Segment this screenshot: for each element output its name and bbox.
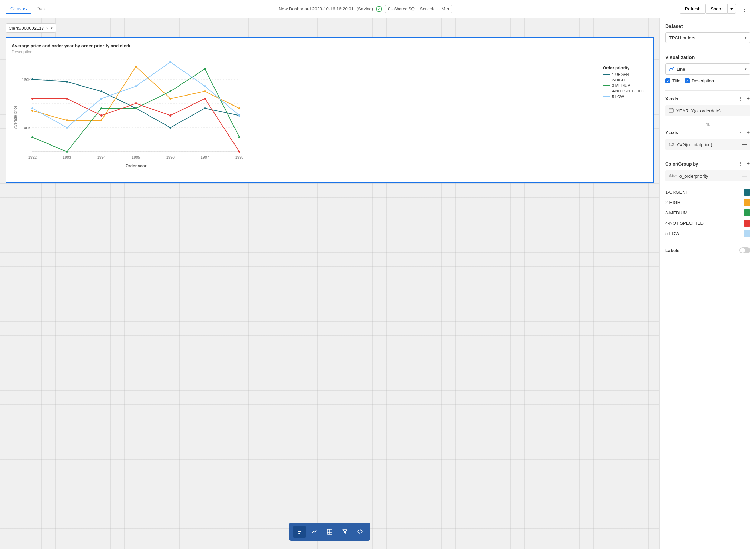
svg-text:140K: 140K — [22, 126, 31, 130]
svg-text:1996: 1996 — [166, 155, 175, 159]
y-axis-add-button[interactable]: + — [746, 129, 750, 136]
title-checkbox[interactable] — [665, 78, 670, 83]
legend-item-5: 5-LOW — [603, 94, 648, 99]
color-item-5: 5-LOW — [665, 228, 750, 239]
share-button[interactable]: Share — [705, 4, 727, 14]
svg-point-47 — [135, 85, 137, 87]
x-axis-item: YEARLY(o_orderdate) — — [665, 105, 750, 116]
filter-value: Clerk#000002117 — [9, 26, 44, 31]
filter-bar: Clerk#000002117 × ▾ — [6, 23, 654, 33]
color-swatch-3[interactable] — [744, 209, 750, 216]
color-swatch-1[interactable] — [744, 189, 750, 196]
calendar-icon — [669, 108, 674, 114]
share-dropdown-button[interactable]: ▾ — [727, 4, 736, 14]
connection-type: Serverless — [420, 7, 440, 11]
x-axis-remove-button[interactable]: — — [742, 108, 747, 114]
x-axis-header: X axis ⋮ + — [665, 95, 750, 102]
color-swatch-5[interactable] — [744, 230, 750, 237]
svg-point-34 — [169, 90, 171, 92]
legend-label-3: 3-MEDIUM — [612, 83, 630, 88]
color-group-more-button[interactable]: ⋮ — [738, 160, 744, 167]
svg-point-17 — [66, 81, 68, 83]
text-field-icon: Abc — [669, 173, 677, 178]
legend-label-4: 4-NOT SPECIFIED — [612, 89, 644, 93]
toolbar-filter-button[interactable] — [293, 526, 306, 538]
viz-section-title: Visualization — [665, 54, 750, 60]
chart-svg: Average price 160K 140K 1992 — [12, 59, 253, 176]
title-checkbox-item[interactable]: Title — [665, 78, 680, 83]
dataset-section: Dataset TPCH orders ▾ — [665, 23, 750, 43]
legend-color-4 — [603, 91, 610, 91]
svg-point-24 — [66, 119, 68, 121]
divider-1 — [665, 50, 750, 50]
description-checkbox-item[interactable]: Description — [685, 78, 714, 83]
color-swatch-2[interactable] — [744, 199, 750, 206]
canvas-area: Clerk#000002117 × ▾ Average price and or… — [0, 18, 659, 549]
toolbar-code-button[interactable] — [354, 526, 366, 538]
svg-text:1998: 1998 — [235, 155, 243, 159]
svg-point-43 — [238, 151, 240, 153]
x-axis-field: YEARLY(o_orderdate) — [676, 108, 739, 113]
refresh-button[interactable]: Refresh — [680, 4, 706, 14]
svg-point-28 — [204, 90, 206, 92]
chart-svg-area: Average price 160K 140K 1992 — [12, 59, 597, 177]
numeric-icon: 1.2 — [669, 142, 674, 147]
svg-point-49 — [204, 85, 206, 87]
dataset-value: TPCH orders — [669, 35, 695, 40]
filter-arrow-icon[interactable]: ▾ — [51, 26, 53, 30]
y-axis-title: Y axis — [665, 130, 678, 135]
tab-data[interactable]: Data — [31, 4, 51, 14]
filter-chip[interactable]: Clerk#000002117 × ▾ — [6, 23, 56, 33]
svg-point-18 — [100, 90, 102, 92]
toolbar-funnel-button[interactable] — [339, 526, 351, 538]
toolbar-chart-button[interactable] — [308, 526, 321, 538]
color-group-add-button[interactable]: + — [746, 160, 750, 168]
legend-item-1: 1-URGENT — [603, 72, 648, 77]
color-item-label-1: 1-URGENT — [665, 190, 688, 195]
color-group-field: o_orderpriority — [679, 173, 739, 179]
svg-text:1992: 1992 — [28, 155, 37, 159]
svg-point-46 — [100, 98, 102, 100]
color-group-header: Color/Group by ⋮ + — [665, 160, 750, 168]
svg-point-50 — [238, 114, 240, 117]
svg-rect-55 — [669, 109, 673, 112]
description-checkbox[interactable] — [685, 78, 690, 83]
dataset-select[interactable]: TPCH orders ▾ — [665, 32, 750, 43]
svg-text:160K: 160K — [22, 78, 31, 82]
labels-toggle[interactable] — [739, 247, 750, 253]
color-group-title: Color/Group by — [665, 161, 698, 167]
y-axis-item: 1.2 AVG(o_totalprice) — — [665, 139, 750, 150]
header: Canvas Data New Dashboard 2023-10-16 16:… — [0, 0, 756, 18]
table-icon — [327, 529, 333, 535]
svg-rect-51 — [327, 529, 332, 534]
viz-type-select[interactable]: Line ▾ — [665, 63, 750, 75]
color-group-remove-button[interactable]: — — [742, 173, 747, 179]
swap-axes-button[interactable]: ⇅ — [665, 122, 750, 127]
x-axis-section: X axis ⋮ + YEARLY(o_orderdate) — — [665, 95, 750, 116]
more-options-button[interactable]: ⋮ — [739, 4, 750, 14]
tab-canvas[interactable]: Canvas — [6, 4, 31, 14]
share-button-group: Refresh Share ▾ — [680, 4, 736, 14]
connection-name: 0 - Shared SQ... — [388, 7, 418, 11]
main-layout: Clerk#000002117 × ▾ Average price and or… — [0, 18, 756, 549]
legend-title: Order priority — [603, 66, 648, 70]
checkbox-row: Title Description — [665, 78, 750, 83]
header-center: New Dashboard 2023-10-16 16:20:01 (Savin… — [57, 5, 674, 13]
color-swatch-4[interactable] — [744, 220, 750, 227]
line-chart-icon — [669, 66, 675, 72]
x-axis-more-button[interactable]: ⋮ — [738, 95, 744, 102]
y-axis-more-button[interactable]: ⋮ — [738, 129, 744, 136]
y-axis-remove-button[interactable]: — — [742, 141, 747, 148]
svg-point-44 — [31, 107, 33, 109]
color-group-item: Abc o_orderpriority — — [665, 170, 750, 181]
toolbar-table-button[interactable] — [324, 526, 336, 538]
svg-point-37 — [31, 98, 33, 100]
filter-clear-icon[interactable]: × — [46, 26, 49, 31]
svg-point-48 — [169, 61, 171, 63]
connection-badge[interactable]: 0 - Shared SQ... Serverless M ▾ — [385, 5, 452, 13]
viz-type-label: Line — [677, 67, 685, 72]
color-group-actions: ⋮ + — [738, 160, 750, 168]
x-axis-add-button[interactable]: + — [746, 95, 750, 102]
bottom-toolbar — [289, 523, 370, 541]
svg-point-33 — [135, 107, 137, 109]
